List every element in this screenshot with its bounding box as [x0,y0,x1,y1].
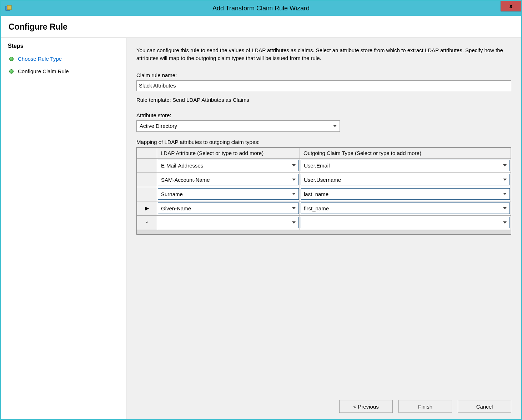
wizard-window: Add Transform Claim Rule Wizard x Config… [0,0,522,420]
app-icon [5,5,12,12]
row-marker[interactable] [137,187,157,201]
mapping-label: Mapping of LDAP attributes to outgoing c… [136,139,511,145]
step-choose-rule-type[interactable]: Choose Rule Type [1,53,126,65]
close-button[interactable]: x [501,1,521,11]
chevron-down-icon [333,125,337,127]
attribute-store-dropdown[interactable]: Active Directory [136,120,340,132]
ldap-attribute-dropdown[interactable]: Given-Name [158,202,299,214]
row-marker[interactable]: ▶ [137,201,157,215]
cell-value: E-Mail-Addresses [161,162,203,169]
cell-value: Given-Name [161,205,191,211]
steps-title: Steps [1,41,126,53]
cancel-button[interactable]: Cancel [458,400,511,413]
chevron-down-icon [503,207,507,209]
claim-rule-name-input[interactable] [136,80,511,91]
ldap-attribute-dropdown[interactable] [158,217,299,228]
previous-button[interactable]: < Previous [339,400,393,413]
attribute-store-value: Active Directory [140,123,177,129]
steps-sidebar: Steps Choose Rule Type Configure Claim R… [1,38,126,419]
ldap-attribute-dropdown[interactable]: Surname [158,188,299,200]
cell-value: User.Email [304,162,330,169]
ldap-attribute-dropdown[interactable]: SAM-Account-Name [158,174,299,185]
ldap-attribute-dropdown[interactable]: E-Mail-Addresses [158,160,299,171]
step-complete-icon [9,69,14,74]
claim-rule-name-label: Claim rule name: [136,72,511,78]
col-outgoing-claim[interactable]: Outgoing Claim Type (Select or type to a… [300,148,511,158]
outgoing-claim-dropdown[interactable]: last_name [301,188,510,200]
outgoing-claim-dropdown[interactable]: first_name [301,202,510,214]
cell-value: User.Username [304,177,341,183]
chevron-down-icon [503,193,507,195]
chevron-down-icon [292,193,296,195]
attribute-store-label: Attribute store: [136,112,511,118]
table-row: ▶Given-Namefirst_name [137,201,511,215]
row-marker[interactable] [137,158,157,172]
cell-value: SAM-Account-Name [161,177,210,183]
intro-text: You can configure this rule to send the … [136,46,511,62]
step-configure-claim-rule[interactable]: Configure Claim Rule [1,65,126,78]
page-title: Configure Rule [1,16,521,38]
close-icon: x [509,2,513,10]
table-row: E-Mail-AddressesUser.Email [137,158,511,172]
step-complete-icon [9,57,14,61]
wizard-body: Steps Choose Rule Type Configure Claim R… [1,38,521,419]
chevron-down-icon [292,164,296,166]
chevron-down-icon [503,164,507,166]
rule-template-label: Rule template: Send LDAP Attributes as C… [136,97,511,103]
outgoing-claim-dropdown[interactable] [301,217,510,228]
chevron-down-icon [503,179,507,181]
step-label: Configure Claim Rule [18,68,69,74]
chevron-down-icon [292,221,296,224]
row-marker[interactable] [137,172,157,187]
table-row: SAM-Account-NameUser.Username [137,172,511,187]
chevron-down-icon [292,179,296,181]
wizard-footer: < Previous Finish Cancel [136,393,511,413]
finish-button[interactable]: Finish [398,400,452,413]
table-row: * [137,215,511,230]
cell-value: last_name [304,191,328,197]
row-marker[interactable]: * [137,215,157,230]
outgoing-claim-dropdown[interactable]: User.Email [301,160,510,171]
mapping-grid: LDAP Attribute (Select or type to add mo… [136,147,511,235]
chevron-down-icon [503,221,507,224]
cell-value: Surname [161,191,183,197]
chevron-down-icon [292,207,296,209]
main-panel: You can configure this rule to send the … [126,38,521,419]
svg-rect-1 [7,5,11,10]
titlebar: Add Transform Claim Rule Wizard x [1,1,521,16]
cell-value: first_name [304,205,329,211]
outgoing-claim-dropdown[interactable]: User.Username [301,174,510,185]
step-label: Choose Rule Type [18,56,62,62]
window-title: Add Transform Claim Rule Wizard [1,5,521,12]
grid-corner [137,148,157,158]
grid-scrollbar[interactable] [137,230,511,234]
table-row: Surnamelast_name [137,187,511,201]
col-ldap-attribute[interactable]: LDAP Attribute (Select or type to add mo… [157,148,300,158]
